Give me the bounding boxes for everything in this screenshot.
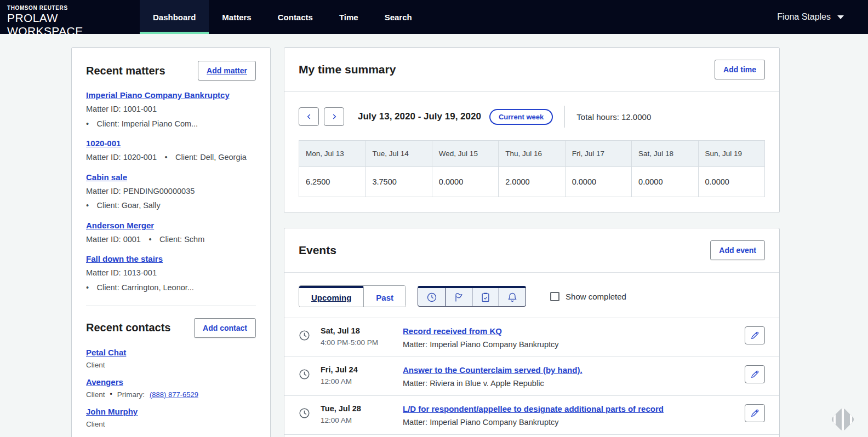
previous-week-button[interactable] [299, 107, 319, 126]
matter-id-line: Matter ID: 1001-001 [86, 104, 256, 115]
time-summary-title: My time summary [299, 63, 396, 76]
sidebar-card: Recent matters Add matter Imperial Piano… [71, 47, 271, 437]
edit-event-button[interactable] [745, 404, 765, 422]
current-week-badge[interactable]: Current week [489, 109, 553, 125]
event-matter: Matter: Imperial Piano Company Bankruptc… [403, 418, 736, 427]
time-table-hours-cell: 2.0000 [499, 167, 565, 197]
event-matter: Matter: Imperial Piano Company Bankruptc… [403, 340, 736, 349]
event-date: Sat, Jul 18 [321, 326, 403, 335]
add-contact-button[interactable]: Add contact [194, 318, 256, 338]
event-date: Fri, Jul 24 [321, 365, 403, 374]
time-table-day-header: Mon, Jul 13 [299, 141, 366, 167]
clock-icon [299, 407, 310, 419]
event-date-col: Fri, Jul 24 12:00 AM [321, 365, 403, 386]
user-menu[interactable]: Fiona Staples [777, 0, 868, 34]
event-row: Fri, Jul 24 12:00 AM Answer to the Count… [284, 357, 779, 395]
events-tab-group: Upcoming Past [299, 285, 406, 307]
show-completed-label: Show completed [566, 292, 626, 301]
event-row: Wed, Jul 29 Initial meeting with client [284, 434, 779, 437]
recent-contacts-list: Petal Chat Client Avengers Client • Prim… [86, 348, 256, 437]
pencil-icon [750, 331, 760, 340]
event-time: 12:00 AM [321, 377, 403, 386]
event-date: Tue, Jul 28 [321, 404, 403, 413]
contact-phone-link[interactable]: (888) 877-6529 [150, 390, 198, 399]
time-table-hours-cell: 3.7500 [366, 167, 432, 197]
recent-matter-item: Cabin sale Matter ID: PENDING00000035 • … [86, 173, 256, 211]
weekly-hours-table: Mon, Jul 13 Tue, Jul 14 Wed, Jul 15 Thu,… [299, 140, 765, 197]
events-controls: Upcoming Past [284, 273, 779, 318]
event-title-link[interactable]: Answer to the Counterclaim served (by ha… [403, 365, 583, 375]
flag-icon [453, 292, 464, 303]
event-main: Answer to the Counterclaim served (by ha… [403, 365, 736, 388]
clock-icon [299, 369, 310, 380]
matter-link[interactable]: Imperial Piano Company Bankruptcy [86, 90, 230, 100]
matter-link[interactable]: Anderson Merger [86, 221, 154, 230]
main-column: My time summary Add time July 13, 2020 -… [284, 47, 780, 437]
topnav-item[interactable]: Time [326, 0, 372, 34]
clock-icon [299, 330, 310, 341]
event-title-link[interactable]: Record received from KQ [403, 326, 502, 336]
events-tab-label: Upcoming [311, 293, 351, 302]
bell-filter-button[interactable] [499, 288, 526, 306]
matter-link[interactable]: Cabin sale [86, 173, 127, 182]
add-time-button[interactable]: Add time [715, 60, 765, 79]
edit-event-button[interactable] [745, 365, 765, 383]
show-completed-checkbox[interactable] [550, 292, 559, 301]
contact-link[interactable]: John Murphy [86, 407, 138, 416]
time-table-hours-cell: 0.0000 [432, 167, 498, 197]
event-main: L/D for respondent/appellee to designate… [403, 404, 736, 427]
matter-client-line: • Client: Goar, Sally [86, 200, 256, 211]
topnav-item[interactable]: Contacts [265, 0, 326, 34]
time-table-day-header: Sat, Jul 18 [632, 141, 698, 167]
contact-type: Client [86, 361, 105, 369]
brand-logo: THOMSON REUTERS PROLAW WORKSPACE [0, 0, 133, 34]
add-matter-button[interactable]: Add matter [198, 61, 256, 81]
recent-matter-item: Anderson Merger Matter ID: 0001 • Client… [86, 221, 256, 245]
matter-link[interactable]: 1020-001 [86, 139, 121, 148]
events-tab[interactable]: Upcoming [299, 286, 363, 307]
clock-filter-button[interactable] [418, 288, 445, 306]
vertical-divider [564, 106, 565, 128]
contact-sub-line: Client [86, 361, 256, 369]
matter-link[interactable]: Fall down the stairs [86, 254, 163, 263]
add-event-button[interactable]: Add event [710, 240, 765, 260]
contact-link[interactable]: Petal Chat [86, 348, 126, 357]
time-summary-card: My time summary Add time July 13, 2020 -… [284, 47, 780, 213]
contact-link[interactable]: Avengers [86, 377, 123, 387]
next-week-button[interactable] [324, 107, 344, 126]
event-date-col: Tue, Jul 28 12:00 AM [321, 404, 403, 424]
pencil-icon [750, 370, 760, 379]
flag-filter-button[interactable] [445, 288, 472, 306]
event-row: Tue, Jul 28 12:00 AM L/D for respondent/… [284, 395, 779, 434]
clipboard-check-icon [480, 292, 491, 303]
contact-type: Client [86, 420, 105, 428]
pencil-icon [750, 409, 760, 418]
events-tab[interactable]: Past [363, 286, 406, 307]
topnav-item-label: Dashboard [153, 13, 196, 22]
bullet-separator: • [110, 390, 112, 398]
topnav-item-label: Contacts [278, 13, 313, 22]
time-table-hours-cell: 0.0000 [698, 167, 764, 197]
time-week-controls: July 13, 2020 - July 19, 2020 Current we… [284, 92, 779, 140]
chevron-right-icon [330, 113, 338, 120]
events-tab-label: Past [376, 293, 393, 302]
time-table-day-header: Tue, Jul 14 [366, 141, 432, 167]
time-table-hours-cell: 0.0000 [565, 167, 631, 197]
topnav-item-label: Search [385, 13, 412, 22]
event-title-link[interactable]: L/D for respondent/appellee to designate… [403, 404, 664, 413]
topnav-item-label: Time [339, 13, 358, 22]
topnav-item[interactable]: Matters [209, 0, 264, 34]
recent-matters-list: Imperial Piano Company Bankruptcy Matter… [86, 90, 256, 294]
matter-id-line: Matter ID: 1013-001 [86, 268, 256, 279]
matter-client-line: • Client: Imperial Piano Com... [86, 119, 256, 130]
clipboard-check-filter-button[interactable] [472, 288, 499, 306]
topnav-item[interactable]: Search [372, 0, 425, 34]
time-table-hours-cell: 0.0000 [632, 167, 698, 197]
contact-sub-line: Client • Primary: (888) 877-6529 [86, 390, 256, 399]
topnav-item[interactable]: Dashboard [140, 0, 209, 34]
events-title: Events [299, 244, 336, 257]
edit-event-button[interactable] [745, 326, 765, 344]
show-completed-toggle[interactable]: Show completed [550, 292, 626, 301]
time-table-day-header: Thu, Jul 16 [499, 141, 565, 167]
contact-sub-line: Client [86, 420, 256, 428]
